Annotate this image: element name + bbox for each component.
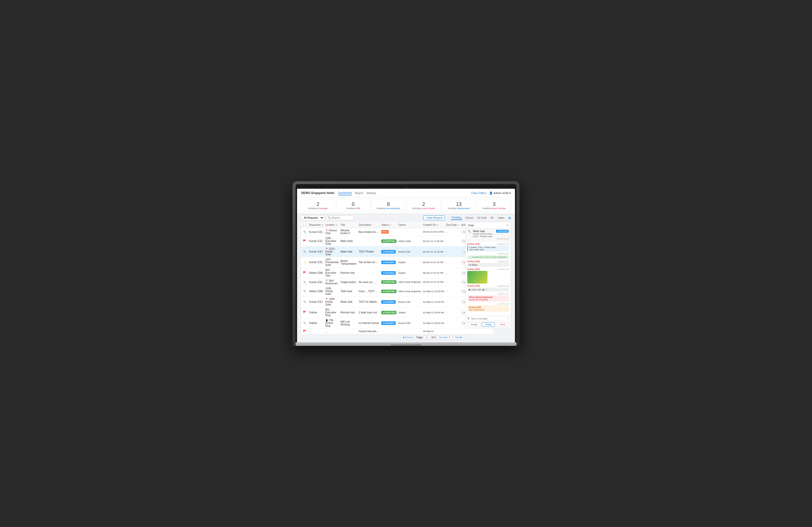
- chat-close-request-button[interactable]: Close: [496, 322, 509, 327]
- chat-message-input[interactable]: [471, 317, 506, 320]
- screen: DEMO Singapore Hotel Dashboard Report Se…: [297, 189, 515, 342]
- search-input[interactable]: [332, 216, 352, 219]
- summary-housekeeping[interactable]: 8 Pending Housekeeping: [372, 200, 405, 211]
- message-time-only: Jun-09 11:28: [467, 303, 509, 305]
- table-row[interactable]: ⚠ Kumar (CE) 1207 - Presidential Suite A…: [301, 257, 493, 268]
- summary-roomservice[interactable]: 3 Pending Room Service: [477, 200, 511, 211]
- chat-message: Kumar (CE) Jun-08 11:25: [467, 268, 509, 284]
- row-icon-cell: 🔧: [301, 246, 308, 257]
- title-cell: Water leak: [339, 297, 358, 307]
- prev-page-button[interactable]: ◀ Previous: [401, 335, 416, 339]
- dates-button[interactable]: Dates: [496, 216, 506, 220]
- nav-settings[interactable]: Settings: [366, 191, 376, 195]
- status-badge: ESC: [381, 230, 389, 233]
- summary-lostandfound[interactable]: 2 Pending Lost & Found: [407, 200, 440, 211]
- message-reopened-bubble: Kumar (CE)has reopened it: [467, 305, 509, 312]
- new-request-button[interactable]: + New Request: [423, 215, 445, 220]
- table-row[interactable]: 🔧 Kumar (CE) 📍 1209 - Family Suite Water…: [301, 297, 493, 307]
- table-body: 🔧 Kumar (CE) 📍 Fitness Club Window broke…: [301, 228, 493, 334]
- summary-maintenance[interactable]: 13 Pending Maintenance: [442, 200, 476, 211]
- table-row[interactable]: 🚩 Kumar (CE) 1205 - Executive Suite Make…: [301, 236, 493, 246]
- row-icon-cell: 🔧: [301, 228, 308, 236]
- row-icon-cell: ⚠: [301, 257, 308, 268]
- message-audio[interactable]: ▶ 0:00 / 0:03 🔊 ⋮: [467, 288, 509, 291]
- owner-cell: Sophia: [397, 307, 422, 318]
- created-cell: 31-May-21 12:59 PM: [422, 286, 445, 297]
- status-badge: ACCEPTED: [381, 289, 396, 293]
- message-sender: Kumar (CE): [467, 268, 480, 270]
- col-due[interactable]: Due Date ⇅: [445, 222, 460, 228]
- status-cell: ACCEPTED: [380, 236, 397, 246]
- created-cell: 08-Jun-21 07:37 PM: [422, 268, 445, 278]
- col-status[interactable]: Status ⇅: [380, 222, 397, 228]
- chat-close-button[interactable]: ✕: [506, 224, 509, 227]
- tab-on-hold[interactable]: On Hold: [476, 216, 488, 220]
- rows-per-page-select[interactable]: 100 rows ▼: [437, 335, 452, 339]
- tab-all[interactable]: All: [490, 216, 494, 220]
- wrench-icon: 🔧: [303, 231, 306, 233]
- location-cell: 📱 738 - Deluxe King: [324, 318, 339, 328]
- table-row[interactable]: 🔧 Kumar (CE) 📍 Fitness Club Window broke…: [301, 228, 493, 236]
- requestor-cell: Kumar (CE): [308, 297, 324, 307]
- owner-cell: Kumar (CE): [397, 246, 422, 257]
- owner-cell: Sophia: [397, 268, 422, 278]
- status-cell: ...: [380, 328, 397, 334]
- clear-filters-link[interactable]: Clear Filters: [471, 191, 486, 195]
- col-description[interactable]: Description: [358, 222, 380, 228]
- laptop-base: [295, 342, 517, 346]
- table-row[interactable]: 🔧 Kumar (CE) 📍 1210 - Family Suite Water…: [301, 246, 493, 257]
- table-row[interactable]: 🚩 Sophia 901 - Executive King Remove tra…: [301, 307, 493, 318]
- table-row[interactable]: 🔧 Kumar (CE) 📍 Skirt Restaurant Fridge b…: [301, 278, 493, 286]
- wrench-icon: 🔧: [303, 250, 306, 253]
- chat-assign-button[interactable]: Assign: [482, 322, 495, 327]
- chat-accept-button[interactable]: Accept: [467, 322, 481, 327]
- flag-icon: 🚩: [303, 330, 306, 333]
- tab-closed[interactable]: Closed: [464, 216, 474, 220]
- created-cell: 09-Jun-21 05:19 PM: [422, 228, 445, 236]
- col-location[interactable]: Location ⇅: [324, 222, 339, 228]
- col-owner[interactable]: Owner: [397, 222, 422, 228]
- search-box[interactable]: 🔍: [326, 215, 354, 220]
- title-cell: Remove tray: [339, 268, 358, 278]
- col-title[interactable]: Title: [339, 222, 358, 228]
- status-badge: ASSIGNED: [381, 322, 396, 325]
- due-cell: -: [445, 318, 460, 328]
- table-row[interactable]: 🔧 Adrian (GM) 1208 - Family Suite Toilet…: [301, 286, 493, 297]
- col-requestor[interactable]: Requestor ⇅: [308, 222, 324, 228]
- status-cell: ASSIGNED: [380, 246, 397, 257]
- row-icon-cell: 🚩: [301, 328, 308, 334]
- title-cell: Make beds: [339, 236, 358, 246]
- nav-report[interactable]: Report: [355, 191, 363, 195]
- col-created[interactable]: Created On ⇅: [422, 222, 445, 228]
- table-row[interactable]: 🚩 ... ... French Red wine (Sancerre) ...…: [301, 328, 493, 334]
- table-row[interactable]: 🚩 Adrian (GM) 903 - Executive Twin Remov…: [301, 268, 493, 278]
- requestor-cell: Adrian (GM): [308, 286, 324, 297]
- screen-bezel: DEMO Singapore Hotel Dashboard Report Se…: [295, 184, 517, 342]
- requestor-cell: Kumar (CE): [308, 278, 324, 286]
- chat-preview-sender: Kumar (CE) to Alex ...: [473, 232, 509, 235]
- status-badge: ASSIGNED: [381, 250, 396, 254]
- next-page-button[interactable]: Next ▶: [453, 335, 464, 339]
- search-icon: 🔍: [328, 216, 331, 219]
- row-icon-cell: 🚩: [301, 307, 308, 318]
- summary-concierge[interactable]: 2 Pending Concierge: [301, 200, 335, 211]
- chat-more-icon[interactable]: ⋮: [507, 317, 509, 320]
- action-cell: [460, 328, 493, 334]
- chat-preview-location: 1210 - Family Suite: [473, 235, 509, 238]
- chat-preview-item[interactable]: 🔧 Water leak ASSIGNED Kumar (CE) to Alex…: [466, 229, 511, 241]
- tab-pending[interactable]: Pending: [451, 216, 462, 220]
- title-cell: Remove tray: [339, 307, 358, 318]
- row-icon-cell: 🔧: [301, 278, 308, 286]
- mic-icon[interactable]: 🎙: [467, 317, 470, 320]
- due-cell: -: [445, 257, 460, 268]
- table-row[interactable]: 🔧 Sophia 📱 738 - Deluxe King WiFi not Wo…: [301, 318, 493, 328]
- maintenance-label: Pending Maintenance: [445, 207, 473, 210]
- summary-fire[interactable]: 0 Pending FIRE: [336, 200, 370, 211]
- page-number-input[interactable]: [423, 335, 431, 339]
- filter-select[interactable]: All Requests: [301, 215, 324, 220]
- chat-message: Jun-09 11:24✓ Accepted by Oliver (Duty E…: [467, 253, 509, 259]
- title-cell: WiFi not Working: [339, 318, 358, 328]
- user-menu[interactable]: 👤 Adrian (GM) ▾: [489, 191, 511, 195]
- nav-dashboard[interactable]: Dashboard: [338, 191, 352, 195]
- grid-view-icon[interactable]: ⊞: [508, 216, 511, 220]
